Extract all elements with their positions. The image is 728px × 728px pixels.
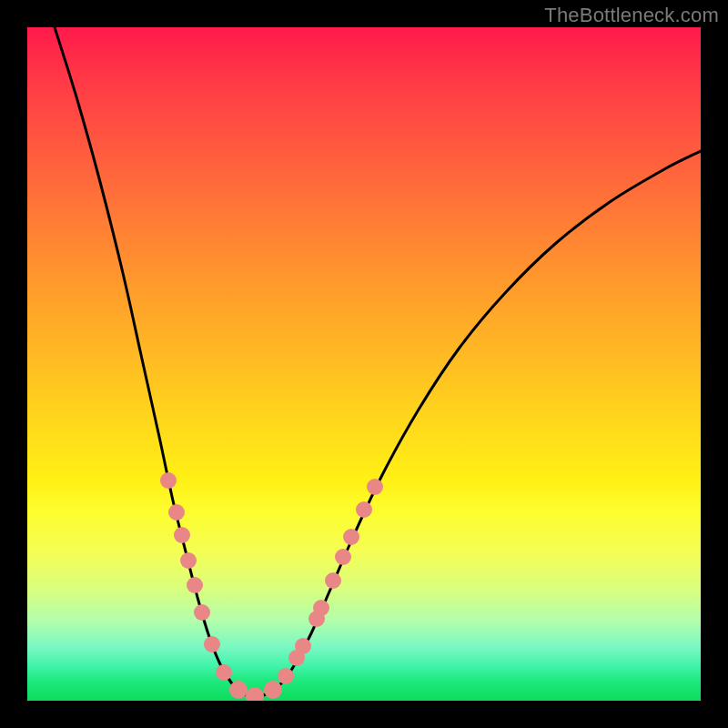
- chart-frame: TheBottleneck.com: [0, 0, 728, 728]
- data-marker: [180, 552, 197, 569]
- data-marker: [325, 572, 341, 589]
- data-marker: [313, 600, 329, 616]
- data-marker: [160, 472, 177, 489]
- data-marker: [194, 604, 210, 621]
- watermark-text: TheBottleneck.com: [544, 4, 719, 27]
- bottleneck-curve: [55, 27, 701, 697]
- data-marker: [229, 681, 248, 699]
- data-marker: [168, 504, 185, 521]
- data-marker: [356, 501, 372, 518]
- data-markers: [160, 472, 383, 701]
- data-marker: [246, 687, 264, 701]
- data-marker: [335, 549, 351, 565]
- data-marker: [367, 479, 383, 495]
- data-marker: [343, 529, 359, 545]
- plot-area: [27, 27, 701, 701]
- data-marker: [278, 668, 294, 684]
- data-marker: [216, 664, 232, 681]
- data-marker: [264, 681, 282, 699]
- data-marker: [204, 636, 220, 652]
- data-marker: [174, 527, 190, 543]
- curve-svg: [27, 27, 701, 701]
- data-marker: [187, 577, 203, 593]
- data-marker: [295, 638, 311, 654]
